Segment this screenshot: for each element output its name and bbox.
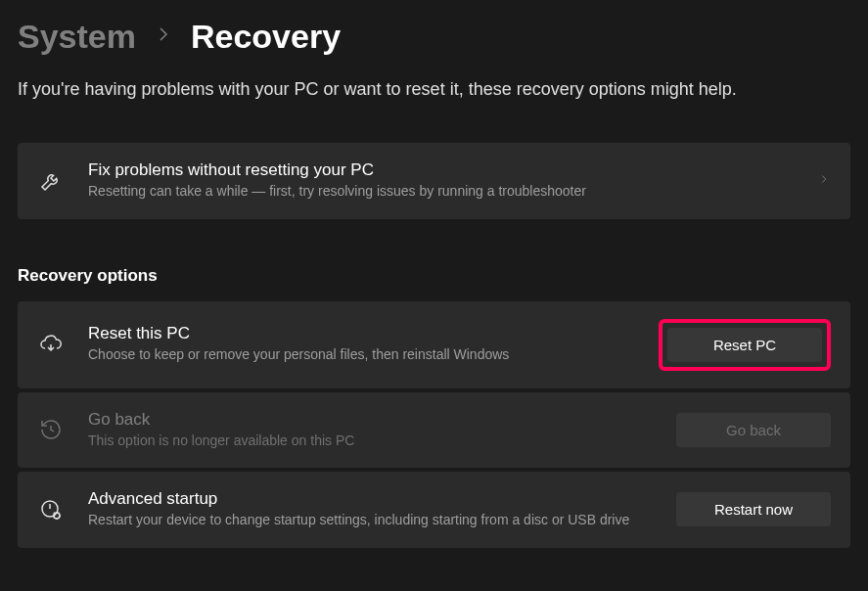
history-icon [37,416,65,443]
breadcrumb: System Recovery [18,18,850,56]
breadcrumb-parent[interactable]: System [18,18,136,56]
page-description: If you're having problems with your PC o… [18,79,850,100]
reset-pc-title: Reset this PC [88,324,635,343]
chevron-right-icon [152,23,175,51]
cloud-reset-icon [37,331,65,358]
reset-pc-card: Reset this PC Choose to keep or remove y… [18,301,850,388]
go-back-button: Go back [676,413,831,447]
go-back-title: Go back [88,410,653,430]
restart-now-button[interactable]: Restart now [676,492,831,526]
go-back-card: Go back This option is no longer availab… [18,392,850,469]
fix-problems-subtitle: Resetting can take a while — first, try … [88,182,794,202]
reset-pc-button[interactable]: Reset PC [667,328,822,362]
breadcrumb-current: Recovery [191,18,341,56]
fix-problems-card[interactable]: Fix problems without resetting your PC R… [18,143,850,219]
highlight-annotation: Reset PC [659,319,831,371]
go-back-subtitle: This option is no longer available on th… [88,432,653,451]
recovery-options-header: Recovery options [18,266,850,286]
power-gear-icon [37,496,65,523]
advanced-startup-title: Advanced startup [88,489,653,509]
advanced-startup-subtitle: Restart your device to change startup se… [88,511,653,530]
fix-problems-title: Fix problems without resetting your PC [88,160,794,180]
wrench-icon [37,167,65,195]
reset-pc-subtitle: Choose to keep or remove your personal f… [88,345,635,365]
advanced-startup-card: Advanced startup Restart your device to … [18,472,850,548]
chevron-right-icon [817,172,831,189]
